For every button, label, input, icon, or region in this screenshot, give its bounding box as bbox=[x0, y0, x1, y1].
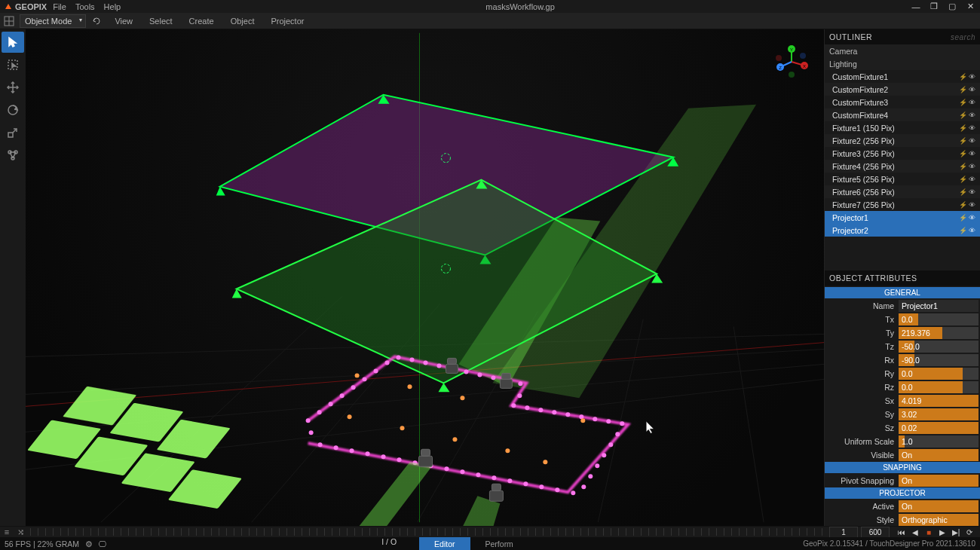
eye-icon[interactable]: 👁 bbox=[969, 150, 975, 157]
object-menu[interactable]: Object bbox=[223, 15, 262, 27]
eye-icon[interactable]: 👁 bbox=[969, 163, 975, 170]
editor-tab[interactable]: Editor bbox=[419, 537, 470, 551]
outliner-item[interactable]: CustomFixture4⚡👁 bbox=[825, 108, 980, 121]
stop-icon[interactable]: ■ bbox=[923, 527, 935, 537]
snapping-section[interactable]: SNAPPING bbox=[825, 462, 980, 473]
bolt-icon[interactable]: ⚡ bbox=[959, 201, 967, 209]
bolt-icon[interactable]: ⚡ bbox=[959, 227, 967, 234]
maximize-icon[interactable]: ▢ bbox=[947, 2, 957, 12]
timeline-shuffle-icon[interactable]: ⤭ bbox=[14, 527, 27, 537]
settings-icon[interactable]: ⚙ bbox=[85, 539, 93, 548]
select-tool[interactable] bbox=[2, 32, 24, 53]
minimize-icon[interactable]: — bbox=[911, 2, 921, 12]
outliner-item[interactable]: CustomFixture1⚡👁 bbox=[825, 70, 980, 83]
eye-icon[interactable]: 👁 bbox=[969, 99, 975, 106]
rotate-tool[interactable] bbox=[2, 99, 24, 121]
view-menu[interactable]: View bbox=[107, 15, 140, 27]
attr-visible[interactable]: On bbox=[899, 449, 978, 461]
outliner-item-selected[interactable]: Projector2⚡👁 bbox=[825, 224, 980, 237]
close-icon[interactable]: ✕ bbox=[965, 2, 975, 12]
outliner-item[interactable]: Fixture5 (256 Pix)⚡👁 bbox=[825, 173, 980, 185]
rewind-icon[interactable]: ⏮ bbox=[896, 527, 908, 537]
eye-icon[interactable]: 👁 bbox=[969, 112, 975, 119]
projector-menu[interactable]: Projector bbox=[263, 15, 311, 27]
io-label[interactable]: I / O bbox=[381, 537, 397, 551]
eye-icon[interactable]: 👁 bbox=[969, 214, 975, 222]
prev-frame-icon[interactable]: ◀ bbox=[909, 527, 921, 537]
undo-icon[interactable] bbox=[90, 15, 103, 27]
timeline-menu-icon[interactable]: ≡ bbox=[0, 527, 14, 536]
bolt-icon[interactable]: ⚡ bbox=[959, 163, 967, 170]
outliner-list[interactable]: Camera Lighting CustomFixture1⚡👁 CustomF… bbox=[825, 44, 980, 270]
attr-rz[interactable]: 0.0 bbox=[899, 381, 978, 393]
attr-ty[interactable]: 219.376 bbox=[899, 327, 978, 339]
timeline-track[interactable] bbox=[30, 528, 825, 536]
timeline-start[interactable]: 1 bbox=[829, 527, 858, 538]
attr-name-value[interactable]: Projector1 bbox=[899, 300, 978, 312]
eye-icon[interactable]: 👁 bbox=[969, 137, 975, 145]
menu-file[interactable]: File bbox=[53, 2, 66, 11]
attr-pivot-snapping[interactable]: On bbox=[899, 475, 978, 487]
attr-active[interactable]: On bbox=[899, 500, 978, 512]
select-menu[interactable]: Select bbox=[142, 15, 180, 27]
move-tool[interactable] bbox=[2, 77, 24, 98]
outliner-item[interactable]: Fixture6 (256 Pix)⚡👁 bbox=[825, 185, 980, 198]
outliner-search[interactable]: search bbox=[951, 33, 975, 41]
outliner-item[interactable]: Fixture4 (256 Pix)⚡👁 bbox=[825, 160, 980, 173]
attr-sx[interactable]: 4.019 bbox=[899, 395, 978, 407]
outliner-item-selected[interactable]: Projector1⚡👁 bbox=[825, 211, 980, 224]
attr-ry[interactable]: 0.0 bbox=[899, 368, 978, 380]
box-select-tool[interactable] bbox=[2, 54, 24, 75]
axis-gizmo[interactable]: Y X Z bbox=[774, 44, 809, 79]
bolt-icon[interactable]: ⚡ bbox=[959, 112, 967, 119]
outliner-root-lighting[interactable]: Lighting bbox=[825, 57, 980, 70]
attr-sz[interactable]: 0.02 bbox=[899, 422, 978, 434]
bolt-icon[interactable]: ⚡ bbox=[959, 86, 967, 93]
general-section[interactable]: GENERAL bbox=[825, 287, 980, 298]
eye-icon[interactable]: 👁 bbox=[969, 188, 975, 196]
eye-icon[interactable]: 👁 bbox=[969, 86, 975, 93]
attr-sy[interactable]: 3.02 bbox=[899, 408, 978, 420]
bolt-icon[interactable]: ⚡ bbox=[959, 176, 967, 183]
workspace-icon[interactable] bbox=[3, 15, 15, 27]
attr-rx[interactable]: -90.0 bbox=[899, 354, 978, 366]
eye-icon[interactable]: 👁 bbox=[969, 176, 975, 183]
eye-icon[interactable]: 👁 bbox=[969, 201, 975, 209]
network-tool[interactable] bbox=[2, 145, 24, 166]
perform-tab[interactable]: Perform bbox=[470, 537, 528, 551]
next-frame-icon[interactable]: ▶| bbox=[950, 527, 962, 537]
outliner-item[interactable]: Fixture3 (256 Pix)⚡👁 bbox=[825, 147, 980, 160]
outliner-root-camera[interactable]: Camera bbox=[825, 44, 980, 57]
viewport-3d[interactable]: Y X Z bbox=[26, 29, 825, 526]
monitor-icon[interactable]: 🖵 bbox=[99, 539, 107, 548]
outliner-item[interactable]: Fixture2 (256 Pix)⚡👁 bbox=[825, 134, 980, 147]
scale-tool[interactable] bbox=[2, 122, 24, 143]
bolt-icon[interactable]: ⚡ bbox=[959, 150, 967, 157]
create-menu[interactable]: Create bbox=[182, 15, 222, 27]
bolt-icon[interactable]: ⚡ bbox=[959, 214, 967, 222]
timeline-end[interactable]: 600 bbox=[861, 527, 890, 538]
outliner-item[interactable]: Fixture1 (150 Pix)⚡👁 bbox=[825, 121, 980, 134]
outliner-item[interactable]: Fixture7 (256 Pix)⚡👁 bbox=[825, 198, 980, 211]
bolt-icon[interactable]: ⚡ bbox=[959, 188, 967, 196]
eye-icon[interactable]: 👁 bbox=[969, 227, 975, 234]
restore-icon[interactable]: ❐ bbox=[929, 2, 939, 12]
loop-icon[interactable]: ⟳ bbox=[963, 527, 975, 537]
play-icon[interactable]: ▶ bbox=[936, 527, 948, 537]
attr-uniform-scale[interactable]: 1.0 bbox=[899, 435, 978, 448]
bolt-icon[interactable]: ⚡ bbox=[959, 73, 967, 81]
attr-style[interactable]: Orthographic bbox=[899, 514, 978, 526]
attr-tx[interactable]: 0.0 bbox=[899, 313, 978, 325]
attributes-panel[interactable]: GENERAL NameProjector1 Tx0.0 Ty219.376 T… bbox=[825, 286, 980, 526]
eye-icon[interactable]: 👁 bbox=[969, 124, 975, 132]
object-mode-dropdown[interactable]: Object Mode bbox=[20, 14, 86, 28]
bolt-icon[interactable]: ⚡ bbox=[959, 124, 967, 132]
outliner-item[interactable]: CustomFixture2⚡👁 bbox=[825, 83, 980, 96]
outliner-item[interactable]: CustomFixture3⚡👁 bbox=[825, 96, 980, 108]
attr-tz[interactable]: -50.0 bbox=[899, 341, 978, 353]
bolt-icon[interactable]: ⚡ bbox=[959, 137, 967, 145]
bolt-icon[interactable]: ⚡ bbox=[959, 99, 967, 106]
menu-help[interactable]: Help bbox=[104, 2, 121, 11]
eye-icon[interactable]: 👁 bbox=[969, 73, 975, 81]
menu-tools[interactable]: Tools bbox=[75, 2, 95, 11]
